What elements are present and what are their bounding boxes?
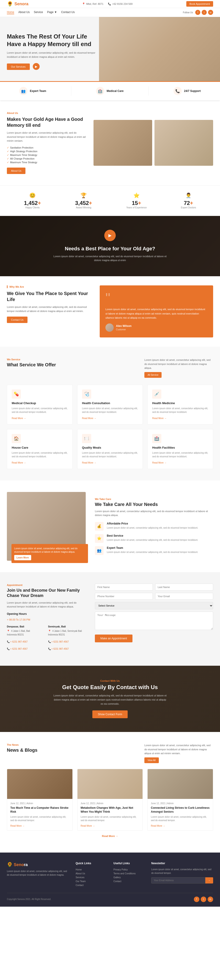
news-desc: Lorem ipsum dolor sit amet, consectetur …: [144, 743, 213, 756]
service-title-5: Health Facilities: [152, 446, 208, 449]
readmore-link[interactable]: Read More →: [102, 835, 118, 837]
about-tag: About Us: [7, 111, 87, 115]
services-grid: 💊 Medical Checkup Lorem ipsum dolor sit …: [7, 385, 213, 469]
about-btn[interactable]: About Us: [7, 167, 26, 174]
location-seminyak: Seminyak, Bali 📍 4 Jalan 1 Bali, Seminya…: [48, 625, 86, 654]
services-all-btn[interactable]: All Service: [144, 372, 161, 378]
footer-quick-links: Quick Links Home About Us Services Our T…: [76, 862, 107, 887]
book-appointment-button[interactable]: Book Appointment: [186, 1, 213, 6]
quick-link-4[interactable]: Contact: [76, 883, 107, 887]
quick-link-0[interactable]: Home: [76, 868, 107, 872]
twitter-icon[interactable]: t: [202, 10, 207, 15]
cta-section: Contact With Us Get Quote Easily By Cont…: [0, 666, 220, 732]
email-input[interactable]: [155, 593, 213, 600]
form-row-service: Select Service Medical Checkup Health Co…: [95, 602, 213, 609]
news-desc-1: Lorem ipsum dolor sit amet, consectetur …: [81, 815, 140, 822]
news-link-0[interactable]: Read More →: [10, 824, 24, 827]
service-desc-2: Lorem ipsum dolor sit amet, consectetur …: [152, 407, 208, 414]
news-title-1: Metabolism Changes With Age, Just Not Wh…: [81, 806, 140, 814]
news-view-all-btn[interactable]: View All: [144, 757, 159, 763]
support-icon: 📞: [174, 87, 182, 95]
news-image-2: [148, 769, 213, 799]
useful-link-2[interactable]: Gallery: [113, 875, 144, 879]
expert-team-title: Expert Team: [107, 546, 198, 549]
service-select[interactable]: Select Service Medical Checkup Health Co…: [95, 602, 213, 609]
news-link-1[interactable]: Read More →: [81, 824, 95, 827]
affordable-icon: 💰: [95, 522, 104, 531]
newsletter-submit-btn[interactable]: →: [205, 877, 213, 883]
author-avatar: [105, 323, 114, 332]
nav-home[interactable]: Home: [7, 11, 14, 14]
loc-addr-0: 📍 4 Jalan 1 Bali, Bali Indonesia 80231: [7, 629, 45, 636]
service-desc-0: Lorem ipsum dolor sit amet, consectetur …: [12, 407, 68, 414]
care-learn-more-btn[interactable]: Learn More: [14, 555, 31, 560]
feature-support-label: 24/7 Support: [184, 89, 201, 92]
testimonial-btn[interactable]: Contact Us: [7, 317, 27, 323]
last-name-input[interactable]: [155, 584, 213, 590]
service-card-medical-checkup: 💊 Medical Checkup Lorem ipsum dolor sit …: [7, 385, 73, 425]
news-header-right: Lorem ipsum dolor sit amet, consectetur …: [144, 743, 213, 763]
quick-link-3[interactable]: Our Team: [76, 879, 107, 883]
quick-link-2[interactable]: Services: [76, 875, 107, 879]
phone-field: [95, 593, 153, 600]
instagram-icon[interactable]: in: [208, 10, 213, 15]
nav-about[interactable]: About Us: [18, 11, 30, 14]
hero-cta-button[interactable]: Our Services: [7, 64, 30, 70]
message-textarea[interactable]: [95, 612, 213, 630]
appt-heading: Join Us and Become Our New Family Chase …: [7, 588, 86, 598]
nav-service[interactable]: Service: [34, 11, 43, 14]
service-link-1[interactable]: Read More →: [82, 417, 96, 420]
about-image-2: [155, 120, 213, 166]
service-desc-1: Lorem ipsum dolor sit amet, consectetur …: [82, 407, 138, 414]
submit-appointment-btn[interactable]: Make an Appointment: [95, 635, 132, 642]
footer: 🌻 Senora Lorem ipsum dolor sit amet, con…: [0, 853, 220, 907]
appt-tag: Appointment: [7, 584, 86, 586]
first-name-input[interactable]: [95, 584, 153, 590]
phone-input[interactable]: [95, 593, 153, 600]
stat-doctors-label: Expert Doctors: [181, 206, 196, 209]
useful-link-3[interactable]: Contact: [113, 879, 144, 883]
useful-link-1[interactable]: Terms and Conditions: [113, 872, 144, 875]
service-link-0[interactable]: Read More →: [12, 417, 26, 420]
service-link-3[interactable]: Read More →: [12, 461, 26, 464]
video-play-button[interactable]: ▶: [104, 230, 116, 241]
expert-team-text: Expert Team Lorem ipsum dolor sit amet, …: [107, 546, 198, 554]
service-desc-3: Lorem ipsum dolor sit amet, consectetur …: [12, 451, 68, 458]
address-item: 📍 Mbd, Ref. 8071: [82, 3, 104, 5]
care-heading: We Take Care All Your Needs: [95, 502, 213, 507]
footer-twitter-icon[interactable]: t: [201, 897, 206, 902]
footer-useful-links: Useful Links Privacy Policy Terms and Co…: [113, 862, 144, 887]
news-card-2: June 12, 2021 | Admin Connected Living S…: [147, 769, 213, 831]
news-link-2[interactable]: Read More →: [151, 824, 165, 827]
stat-clients-num: 1,452+: [24, 200, 41, 206]
news-tag: The News: [7, 743, 37, 746]
newsletter-input-group: →: [151, 877, 213, 883]
newsletter-email-input[interactable]: [151, 877, 205, 883]
useful-link-0[interactable]: Privacy Policy: [113, 868, 144, 872]
video-heading: Needs a Best Place for Your Old Age?: [65, 246, 155, 252]
service-link-4[interactable]: Read More →: [82, 461, 96, 464]
happy-clients-icon: 😊: [24, 192, 41, 199]
facebook-icon[interactable]: f: [195, 10, 200, 15]
hero-play-button[interactable]: ▶: [33, 63, 40, 70]
quality-meals-icon: 🍽️: [82, 434, 91, 443]
quick-link-1[interactable]: About Us: [76, 872, 107, 875]
footer-brand: 🌻 Senora Lorem ipsum dolor sit amet, con…: [7, 862, 69, 887]
stat-awards-label: Award Winning: [75, 206, 92, 209]
nav-contact[interactable]: Contact Us: [61, 11, 75, 14]
quote-mark: ": [105, 291, 207, 305]
experience-icon: ⭐: [126, 192, 147, 199]
location-icon: 📍: [82, 3, 85, 5]
readmore-bar: Read More →: [7, 831, 213, 841]
footer-facebook-icon[interactable]: f: [194, 897, 199, 902]
services-desc: Lorem ipsum dolor sit amet, consectetur …: [144, 358, 213, 370]
footer-linkedin-icon[interactable]: in: [207, 897, 213, 902]
nav-page[interactable]: Page ▼: [47, 11, 57, 14]
medical-checkup-icon: 💊: [12, 390, 21, 399]
service-link-2[interactable]: Read More →: [152, 417, 166, 420]
loc-name-0: Denpasar, Bali: [7, 625, 45, 628]
cta-btn[interactable]: Show Contact Form: [92, 710, 128, 718]
testimonial-author: Alex Wilson Customer: [105, 323, 207, 332]
service-link-5[interactable]: Read More →: [152, 461, 166, 464]
services-header: We Service What Service We Offer Lorem i…: [7, 358, 213, 378]
